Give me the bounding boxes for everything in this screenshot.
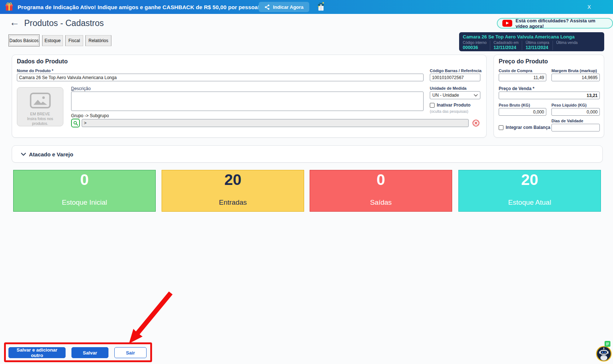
- exit-button[interactable]: Sair: [114, 347, 147, 358]
- group-label: Grupo -> Subgrupo: [71, 113, 109, 118]
- price-panel: Preço do Produto Custo de Compra Margem …: [494, 55, 604, 138]
- help-video-label: Está com dificuldades? Assista um vídeo …: [516, 18, 608, 29]
- robot-icon: [596, 346, 612, 362]
- collapse-chevron-icon: [21, 153, 26, 156]
- unit-select-value: UN - Unidade: [432, 93, 459, 98]
- description-textarea[interactable]: [71, 92, 424, 111]
- photo-hint: EM BREVE Insira fotos nos produtos.: [27, 112, 53, 126]
- image-placeholder-icon: [30, 93, 51, 108]
- barcode-label: Código Barras / Referência: [430, 68, 481, 73]
- group-search-button[interactable]: [71, 119, 80, 127]
- stat-value: 0: [80, 171, 89, 189]
- inactivate-hint: (oculta das pesquisas): [430, 109, 468, 114]
- net-weight-label: Peso Líquido (KG): [551, 103, 587, 107]
- save-and-add-button[interactable]: Salvar e adicionar outro: [8, 347, 66, 358]
- unit-label: Unidade de Medida: [430, 86, 466, 90]
- stat-label: Saídas: [370, 198, 392, 207]
- stat-label: Estoque Inicial: [62, 198, 107, 207]
- gross-weight-input[interactable]: [499, 108, 546, 116]
- stat-card-entries: 20 Entradas: [162, 170, 304, 212]
- product-summary-panel: Camara 26 Se Top Aero Valvula Americana …: [459, 32, 604, 51]
- cost-label: Custo de Compra: [499, 68, 532, 73]
- inactivate-product-row: Inativar Produto: [430, 103, 470, 108]
- product-name-label: Nome do Produto *: [17, 68, 53, 73]
- stat-value: 20: [521, 171, 538, 189]
- barcode-input[interactable]: [430, 74, 480, 81]
- chat-widget-button[interactable]: [596, 346, 612, 362]
- markup-label: Margem Bruta (markup): [551, 68, 597, 73]
- page-title: Produtos - Cadastros: [24, 18, 104, 28]
- gross-weight-label: Peso Bruto (KG): [499, 103, 530, 107]
- save-button[interactable]: Salvar: [71, 347, 108, 358]
- app-window: Programa de Indicação Ativo! Indique ami…: [0, 0, 613, 364]
- product-summary-fields: Código interno 000036 Cadastrado em 12/1…: [463, 41, 604, 50]
- unit-select[interactable]: UN - Unidade: [430, 91, 480, 99]
- chat-notification-badge: [605, 341, 610, 347]
- sale-price-label: Preço de Venda *: [499, 86, 534, 91]
- stat-card-initial-stock: 0 Estoque Inicial: [13, 170, 156, 212]
- sale-price-input[interactable]: [499, 92, 600, 99]
- search-icon: [73, 121, 78, 126]
- gift-icon: [5, 3, 13, 11]
- message-lines-icon: [606, 342, 609, 345]
- summary-internal-code: Código interno 000036: [463, 41, 490, 50]
- clear-circle-icon: [472, 119, 480, 127]
- group-clear-button[interactable]: [472, 119, 480, 127]
- chevron-down-icon: [474, 94, 478, 97]
- cost-input[interactable]: [499, 74, 546, 81]
- summary-last-purchase: Última compra 12/11/2024: [522, 41, 552, 50]
- tab-fiscal[interactable]: Fiscal: [65, 35, 83, 46]
- youtube-icon: [502, 20, 512, 27]
- promo-banner: Programa de Indicação Ativo! Indique ami…: [0, 0, 613, 14]
- wholesale-title: Atacado e Varejo: [29, 151, 73, 157]
- product-summary-name: Camara 26 Se Top Aero Valvula Americana …: [463, 34, 604, 40]
- photo-upload-box[interactable]: EM BREVE Insira fotos nos produtos.: [17, 87, 63, 126]
- stat-card-exits: 0 Saídas: [310, 170, 452, 212]
- stat-label: Entradas: [219, 198, 247, 207]
- tab-relatorios[interactable]: Relatórios: [85, 35, 111, 46]
- promo-banner-text: Programa de Indicação Ativo! Indique ami…: [18, 4, 260, 10]
- help-video-button[interactable]: Está com dificuldades? Assista um vídeo …: [497, 18, 613, 29]
- product-name-input[interactable]: [17, 74, 424, 81]
- description-label: Descrição: [71, 86, 91, 91]
- inactivate-label: Inativar Produto: [437, 103, 470, 108]
- validity-label: Dias de Validade: [551, 119, 583, 123]
- back-button[interactable]: ←: [10, 18, 19, 27]
- wholesale-panel[interactable]: Atacado e Varejo: [12, 145, 603, 163]
- validity-input[interactable]: [551, 124, 600, 131]
- indicar-agora-button[interactable]: Indicar Agora: [259, 2, 309, 12]
- stat-value: 0: [377, 171, 385, 189]
- net-weight-input[interactable]: [551, 108, 600, 116]
- product-data-title: Dados do Produto: [17, 58, 68, 65]
- summary-registered: Cadastrado em 12/11/2024: [490, 41, 522, 50]
- banner-close-button[interactable]: X: [586, 3, 593, 11]
- stat-card-current-stock: 20 Estoque Atual: [458, 170, 601, 212]
- scale-checkbox[interactable]: [499, 125, 503, 130]
- tab-estoque[interactable]: Estoque: [42, 35, 63, 46]
- gift-icon-2: [317, 1, 325, 11]
- group-input[interactable]: [82, 119, 469, 127]
- stat-value: 20: [224, 171, 241, 189]
- scale-row: Integrar com Balança: [499, 125, 550, 130]
- indicar-agora-label: Indicar Agora: [273, 4, 303, 10]
- stat-label: Estoque Atual: [508, 198, 551, 207]
- price-panel-title: Preço do Produto: [499, 58, 548, 65]
- tab-dados-basicos[interactable]: Dados Básicos: [8, 34, 40, 47]
- product-data-panel: Dados do Produto Nome do Produto * Códig…: [12, 55, 487, 138]
- scale-label: Integrar com Balança: [506, 125, 550, 130]
- summary-last-sale: Última venda: [553, 41, 581, 50]
- share-icon: [265, 4, 270, 10]
- inactivate-checkbox[interactable]: [430, 103, 435, 108]
- markup-input[interactable]: [551, 74, 600, 81]
